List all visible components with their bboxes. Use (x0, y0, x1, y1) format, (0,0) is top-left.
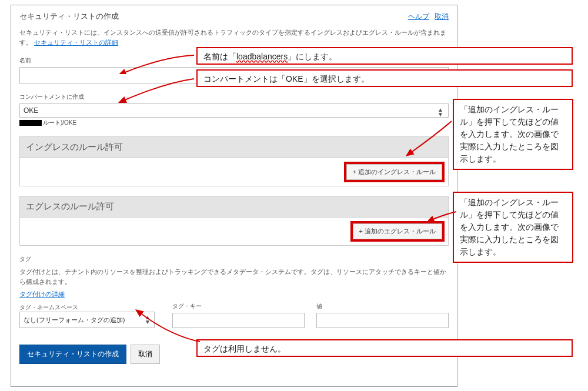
tags-desc-text: タグ付けとは、テナント内のリソースを整理およびトラッキングできるメタデータ・シス… (19, 268, 446, 285)
chevron-updown-icon: ▲▼ (145, 315, 151, 325)
annotation-name-value: loadbalancers (236, 52, 288, 61)
tagging-details-link[interactable]: タグ付けの詳細 (19, 290, 65, 299)
egress-section-body: + 追加のエグレス・ルール (19, 218, 449, 246)
redacted-block (19, 120, 42, 126)
ingress-section-header: イングレスのルール許可 (19, 136, 449, 158)
dialog-header: セキュリティ・リストの作成 ヘルプ 取消 (19, 11, 449, 24)
tag-key-input[interactable] (172, 313, 305, 328)
egress-section-header: エグレスのルール許可 (19, 196, 449, 218)
tag-key-label: タグ・キー (172, 302, 305, 310)
description-text: セキュリティ・リストには、インスタンスへの送受信が許可されるトラフィックのタイプ… (19, 28, 449, 47)
compartment-breadcrumb: ルート)/OKE (19, 119, 449, 127)
add-egress-rule-button[interactable]: + 追加のエグレス・ルール (353, 223, 442, 239)
cancel-button[interactable]: 取消 (131, 345, 160, 364)
compartment-select[interactable]: OKE ▲▼ (19, 103, 449, 118)
compartment-crumb-text: ルート)/OKE (43, 119, 76, 126)
tag-value-col: 値 (316, 302, 449, 328)
header-links: ヘルプ 取消 (405, 12, 449, 22)
tag-value-input[interactable] (316, 313, 449, 328)
cancel-link[interactable]: 取消 (435, 12, 449, 21)
annotation-name: 名前は「loadbalancers」にします。 (196, 47, 573, 65)
compartment-label: コンパートメントに作成 (19, 93, 449, 101)
annotation-name-post: 」にします。 (288, 52, 337, 61)
annotation-ingress: 「追加のイングレス・ルール」を押下して先ほどの値を入力します。次の画像で実際に入… (453, 99, 573, 170)
annotation-compartment: コンパートメントは「OKE」を選択します。 (196, 69, 573, 87)
add-ingress-rule-button[interactable]: + 追加のイングレス・ルール (346, 164, 442, 180)
tag-key-col: タグ・キー (172, 302, 305, 328)
create-button[interactable]: セキュリティ・リストの作成 (19, 345, 126, 364)
tag-value-label: 値 (316, 302, 449, 310)
annotation-tags: タグは利用しません。 (196, 339, 573, 357)
annotation-egress: 「追加のイングレス・ルール」を押下して先ほどの値を入力します。次の画像で実際に入… (453, 192, 573, 263)
annotation-name-pre: 名前は「 (203, 52, 236, 61)
ingress-section-body: + 追加のイングレス・ルール (19, 158, 449, 186)
tag-namespace-select[interactable]: なし(フリーフォーム・タグの追加) ▲▼ (19, 312, 155, 328)
page-title: セキュリティ・リストの作成 (19, 11, 119, 22)
compartment-value: OKE (24, 106, 38, 115)
tag-namespace-label: タグ・ネームスペース (19, 303, 161, 312)
tag-namespace-value: なし(フリーフォーム・タグの追加) (24, 316, 125, 325)
tags-heading: タグ (19, 255, 449, 263)
chevron-updown-icon: ▲▼ (437, 108, 443, 117)
security-list-details-link[interactable]: セキュリティ・リストの詳細 (34, 39, 118, 46)
tags-description: タグ付けとは、テナント内のリソースを整理およびトラッキングできるメタデータ・シス… (19, 267, 449, 286)
tag-namespace-col: タグ・ネームスペース なし(フリーフォーム・タグの追加) ▲▼ (19, 303, 161, 328)
help-link[interactable]: ヘルプ (408, 12, 429, 21)
tag-inputs-row: タグ・ネームスペース なし(フリーフォーム・タグの追加) ▲▼ タグ・キー 値 (19, 302, 449, 328)
